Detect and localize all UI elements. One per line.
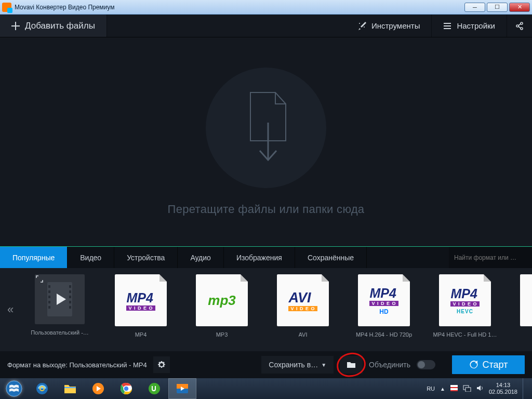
- system-tray: RU ▲ 14:13 02.05.2018: [427, 378, 530, 399]
- tab-devices[interactable]: Устройства: [114, 247, 178, 268]
- svg-rect-15: [69, 306, 71, 309]
- chrome-icon: [119, 382, 133, 395]
- svg-point-24: [149, 383, 160, 394]
- taskbar-chrome[interactable]: [112, 378, 140, 399]
- format-settings-button[interactable]: [153, 356, 170, 373]
- preset-mov[interactable]: Q MOV: [508, 274, 532, 338]
- svg-point-1: [364, 26, 365, 28]
- hamburger-icon: [443, 22, 451, 30]
- preset-caption: MP4: [135, 331, 147, 338]
- preset-mp3[interactable]: mp3 MP3: [184, 274, 260, 338]
- svg-rect-7: [48, 290, 50, 293]
- plus-icon: [11, 22, 20, 30]
- show-desktop-button[interactable]: [523, 378, 528, 399]
- preset-mp4-h264[interactable]: MP4V I D E OHD MP4 H.264 - HD 720p: [346, 274, 422, 338]
- tray-language[interactable]: RU: [427, 385, 435, 392]
- tray-network-icon[interactable]: [463, 384, 471, 393]
- preset-mp4-hevc[interactable]: MP4V I D E OHEVC MP4 HEVC - Full HD 1…: [427, 274, 503, 338]
- tab-popular[interactable]: Популярные: [0, 247, 68, 268]
- share-button[interactable]: [507, 15, 532, 37]
- folder-icon: [347, 361, 356, 368]
- ie-icon: [35, 381, 49, 396]
- presets-prev-button[interactable]: «: [0, 268, 21, 351]
- svg-point-0: [359, 23, 360, 24]
- presets-strip: « Пользовательский -… MP4V I D E O MP4 m…: [0, 268, 532, 351]
- windows-start-icon: [5, 380, 23, 397]
- svg-rect-6: [48, 285, 50, 288]
- svg-rect-10: [48, 306, 50, 309]
- svg-rect-9: [48, 301, 50, 303]
- refresh-icon: [469, 360, 478, 369]
- taskbar-utorrent[interactable]: [140, 378, 168, 399]
- preset-list: Пользовательский -… MP4V I D E O MP4 mp3…: [21, 268, 532, 351]
- format-tabs: Популярные Видео Устройства Аудио Изобра…: [0, 246, 532, 268]
- taskbar-explorer[interactable]: [56, 378, 84, 399]
- folder-icon: [63, 383, 77, 394]
- svg-rect-12: [69, 290, 71, 293]
- svg-rect-11: [69, 285, 71, 288]
- merge-toggle[interactable]: [417, 360, 435, 369]
- settings-label: Настройки: [457, 21, 495, 30]
- taskbar-movavi[interactable]: [168, 378, 196, 399]
- share-icon: [515, 22, 524, 30]
- tab-saved[interactable]: Сохранённые: [295, 247, 367, 268]
- movavi-icon: [176, 382, 189, 395]
- window-minimize-button[interactable]: ─: [464, 3, 485, 12]
- tray-show-hidden-icon[interactable]: ▲: [440, 386, 445, 392]
- preset-avi[interactable]: AVIV I D E O AVI: [265, 274, 341, 338]
- tray-volume-icon[interactable]: [476, 384, 484, 393]
- add-files-label: Добавить файлы: [25, 21, 95, 31]
- preset-mp4[interactable]: MP4V I D E O MP4: [103, 274, 179, 338]
- svg-rect-14: [69, 301, 71, 303]
- tab-audio[interactable]: Аудио: [178, 247, 224, 268]
- settings-button[interactable]: Настройки: [432, 15, 507, 37]
- window-titlebar: Movavi Конвертер Видео Премиум ─ ☐ ✕: [0, 0, 532, 15]
- app-icon: [2, 3, 11, 12]
- window-maximize-button[interactable]: ☐: [487, 3, 508, 12]
- preset-caption: AVI: [299, 331, 308, 338]
- drop-circle: [206, 68, 326, 188]
- svg-rect-28: [450, 388, 458, 390]
- svg-rect-31: [466, 388, 471, 392]
- expand-icon: [36, 275, 43, 283]
- svg-rect-29: [450, 385, 458, 387]
- window-title: Movavi Конвертер Видео Премиум: [15, 4, 464, 11]
- svg-point-2: [521, 22, 523, 24]
- tray-clock[interactable]: 14:13 02.05.2018: [489, 382, 517, 395]
- merge-label: Объединить: [369, 361, 410, 369]
- start-menu-button[interactable]: [0, 378, 28, 399]
- format-search-input[interactable]: [449, 247, 532, 268]
- windows-taskbar: RU ▲ 14:13 02.05.2018: [0, 378, 532, 399]
- chevron-down-icon: ▼: [321, 362, 326, 368]
- preset-caption: MP3: [216, 331, 228, 338]
- preset-caption: MP4 HEVC - Full HD 1…: [433, 331, 497, 338]
- browse-folder-button[interactable]: [340, 356, 363, 374]
- bottom-bar: Формат на выходе: Пользовательский - MP4…: [0, 351, 532, 378]
- file-download-icon: [235, 91, 297, 164]
- tools-button[interactable]: Инструменты: [347, 15, 432, 37]
- save-to-button[interactable]: Сохранить в… ▼: [261, 356, 334, 374]
- svg-point-16: [6, 381, 22, 396]
- tab-video[interactable]: Видео: [68, 247, 114, 268]
- preset-custom-card: [35, 274, 85, 324]
- preset-caption: MP4 H.264 - HD 720p: [356, 331, 412, 338]
- svg-point-3: [516, 25, 518, 27]
- svg-rect-19: [64, 387, 76, 388]
- drop-zone[interactable]: Перетащите файлы или папки сюда: [0, 37, 532, 246]
- tray-flag-icon[interactable]: [450, 385, 458, 392]
- preset-custom[interactable]: Пользовательский -…: [22, 274, 98, 336]
- taskbar-ie[interactable]: [28, 378, 56, 399]
- svg-point-4: [521, 28, 523, 30]
- taskbar-wmplayer[interactable]: [84, 378, 112, 399]
- preset-caption: Пользовательский -…: [31, 329, 89, 336]
- gear-icon: [157, 361, 166, 369]
- window-close-button[interactable]: ✕: [509, 3, 530, 12]
- drop-hint: Перетащите файлы или папки сюда: [168, 203, 365, 216]
- svg-rect-8: [48, 296, 50, 298]
- tab-images[interactable]: Изображения: [224, 247, 295, 268]
- start-button[interactable]: Старт: [452, 355, 525, 374]
- tools-label: Инструменты: [371, 21, 420, 30]
- start-label: Старт: [483, 360, 508, 370]
- add-files-button[interactable]: Добавить файлы: [0, 15, 107, 37]
- utorrent-icon: [148, 382, 161, 395]
